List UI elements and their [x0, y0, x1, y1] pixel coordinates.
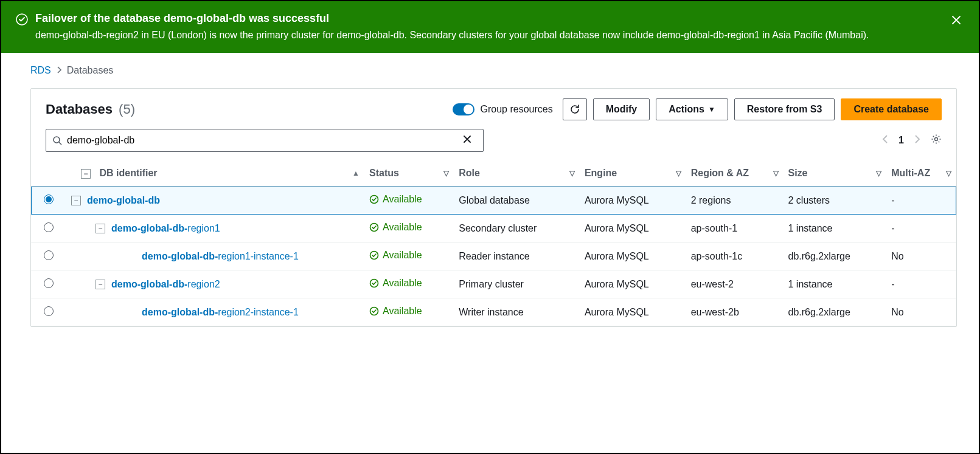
col-status[interactable]: Status▽ [364, 160, 454, 187]
status-badge: Available [369, 250, 422, 261]
status-badge: Available [369, 306, 422, 317]
cell-size: db.r6g.2xlarge [784, 298, 887, 326]
table-row[interactable]: demo-global-db-region1-instance-1Availab… [31, 242, 956, 270]
status-badge: Available [369, 194, 422, 205]
col-size[interactable]: Size▽ [784, 160, 887, 187]
caret-down-icon: ▼ [708, 105, 715, 114]
cell-role: Reader instance [454, 242, 580, 270]
cell-multi_az: No [886, 298, 956, 326]
chevron-right-icon [56, 65, 62, 76]
cell-size: db.r6g.2xlarge [784, 242, 887, 270]
cell-multi_az: - [886, 187, 956, 215]
svg-point-2 [935, 138, 938, 141]
banner-title: Failover of the database demo-global-db … [35, 12, 941, 25]
row-radio[interactable] [44, 222, 54, 232]
check-circle-icon [369, 222, 379, 232]
check-circle-icon [369, 278, 379, 288]
databases-panel: Databases (5) Group resources Modify Act… [30, 88, 957, 327]
breadcrumb-current: Databases [67, 65, 114, 76]
status-badge: Available [369, 222, 422, 233]
cell-region: ap-south-1c [686, 242, 784, 270]
cell-region: eu-west-2 [686, 270, 784, 298]
db-identifier-link[interactable]: demo-global-db-region2-instance-1 [142, 307, 299, 318]
filter-icon: ▽ [946, 169, 951, 177]
actions-button[interactable]: Actions ▼ [656, 98, 728, 120]
db-identifier-link[interactable]: demo-global-db [87, 195, 160, 206]
status-badge: Available [369, 278, 422, 289]
banner-message: demo-global-db-region2 in EU (London) is… [35, 30, 941, 41]
success-banner: Failover of the database demo-global-db … [1, 1, 979, 53]
panel-header: Databases (5) Group resources Modify Act… [31, 89, 956, 129]
col-select [31, 160, 66, 187]
panel-count: (5) [119, 101, 135, 117]
cell-multi_az: No [886, 242, 956, 270]
check-circle-icon [369, 306, 379, 316]
cell-multi_az: - [886, 215, 956, 242]
collapse-all-icon[interactable]: − [81, 169, 91, 179]
filter-row: 1 [31, 129, 956, 160]
expand-toggle-icon[interactable]: − [71, 196, 81, 205]
clear-search-icon[interactable] [462, 134, 477, 146]
group-resources-label: Group resources [481, 104, 553, 115]
table-row[interactable]: demo-global-db-region2-instance-1Availab… [31, 298, 956, 326]
create-database-button[interactable]: Create database [841, 98, 942, 120]
svg-point-1 [54, 137, 60, 143]
page-next[interactable] [914, 134, 921, 146]
cell-role: Writer instance [454, 298, 580, 326]
row-radio[interactable] [44, 194, 54, 204]
search-icon [52, 136, 62, 145]
filter-icon: ▽ [876, 169, 881, 177]
cell-region: ap-south-1 [686, 215, 784, 242]
cell-engine: Aurora MySQL [580, 270, 686, 298]
col-role[interactable]: Role▽ [454, 160, 580, 187]
table-row[interactable]: −demo-global-db-region2AvailablePrimary … [31, 270, 956, 298]
row-radio[interactable] [44, 278, 54, 288]
check-circle-icon [369, 194, 379, 204]
panel-title: Databases [46, 101, 113, 117]
cell-engine: Aurora MySQL [580, 215, 686, 242]
close-icon[interactable] [948, 12, 964, 30]
success-check-icon [16, 13, 28, 28]
table-row[interactable]: −demo-global-db-region1AvailableSecondar… [31, 215, 956, 242]
cell-engine: Aurora MySQL [580, 187, 686, 215]
page-number: 1 [898, 135, 904, 146]
cell-region: eu-west-2b [686, 298, 784, 326]
col-multi-az[interactable]: Multi-AZ▽ [886, 160, 956, 187]
check-circle-icon [369, 250, 379, 260]
cell-engine: Aurora MySQL [580, 298, 686, 326]
group-resources-toggle[interactable] [453, 103, 474, 115]
db-identifier-link[interactable]: demo-global-db-region1 [111, 223, 220, 234]
breadcrumb: RDS Databases [30, 65, 957, 76]
col-engine[interactable]: Engine▽ [580, 160, 686, 187]
breadcrumb-root[interactable]: RDS [30, 65, 51, 76]
table-row[interactable]: −demo-global-dbAvailableGlobal databaseA… [31, 187, 956, 215]
col-region[interactable]: Region & AZ▽ [686, 160, 784, 187]
page-prev[interactable] [881, 134, 889, 146]
search-box[interactable] [46, 129, 484, 152]
restore-s3-button[interactable]: Restore from S3 [734, 98, 835, 120]
cell-multi_az: - [886, 270, 956, 298]
cell-size: 2 clusters [784, 187, 887, 215]
row-radio[interactable] [44, 306, 54, 316]
row-radio[interactable] [44, 250, 54, 260]
expand-toggle-icon[interactable]: − [96, 224, 105, 233]
cell-role: Secondary cluster [454, 215, 580, 242]
filter-icon: ▽ [773, 169, 779, 177]
cell-size: 1 instance [784, 270, 887, 298]
expand-toggle-icon[interactable]: − [96, 280, 105, 289]
search-input[interactable] [67, 135, 462, 146]
pagination: 1 [881, 134, 942, 147]
cell-region: 2 regions [686, 187, 784, 215]
refresh-button[interactable] [563, 98, 587, 120]
cell-role: Global database [454, 187, 580, 215]
refresh-icon [569, 104, 580, 115]
filter-icon: ▽ [443, 169, 449, 177]
modify-button[interactable]: Modify [593, 98, 650, 120]
actions-label: Actions [669, 104, 704, 115]
settings-icon[interactable] [931, 134, 942, 147]
filter-icon: ▽ [676, 169, 681, 177]
db-identifier-link[interactable]: demo-global-db-region2 [111, 279, 220, 290]
db-identifier-link[interactable]: demo-global-db-region1-instance-1 [142, 251, 299, 262]
col-db-identifier[interactable]: − DB identifier ▲ [66, 160, 364, 187]
sort-asc-icon: ▲ [352, 169, 360, 177]
